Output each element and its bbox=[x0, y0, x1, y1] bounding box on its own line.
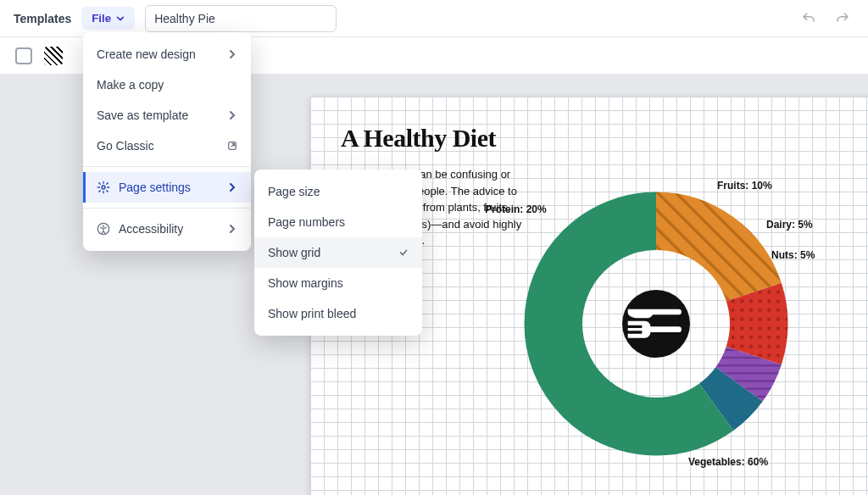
file-menu-button[interactable]: File bbox=[81, 7, 135, 30]
pattern-swatch[interactable] bbox=[44, 47, 63, 65]
page-settings-submenu: Page size Page numbers Show grid Show ma… bbox=[254, 170, 422, 336]
redo-button[interactable] bbox=[831, 7, 854, 31]
design-title-input[interactable] bbox=[145, 5, 337, 32]
accessibility-icon bbox=[97, 222, 110, 236]
donut-label-dairy: Dairy: 5% bbox=[766, 219, 813, 231]
submenu-item-page-size[interactable]: Page size bbox=[254, 176, 422, 207]
select-all-checkbox[interactable] bbox=[15, 47, 32, 64]
menu-item-copy[interactable]: Make a copy bbox=[83, 70, 251, 100]
gear-icon bbox=[97, 181, 110, 194]
menu-item-page-settings[interactable]: Page settings bbox=[83, 172, 251, 203]
donut-label-vegetables: Vegetables: 60% bbox=[688, 456, 768, 468]
file-label: File bbox=[92, 12, 111, 25]
undo-button[interactable] bbox=[797, 7, 821, 31]
donut-label-protein: Protein: 20% bbox=[485, 203, 547, 215]
menu-item-go-classic[interactable]: Go Classic bbox=[83, 131, 251, 161]
donut-label-fruits: Fruits: 10% bbox=[717, 180, 772, 192]
redo-icon bbox=[835, 11, 850, 26]
menu-item-accessibility[interactable]: Accessibility bbox=[83, 214, 251, 244]
donut-label-nuts: Nuts: 5% bbox=[771, 249, 815, 261]
external-link-icon bbox=[227, 141, 237, 151]
templates-label[interactable]: Templates bbox=[14, 12, 71, 25]
check-icon bbox=[398, 248, 409, 258]
donut-center-icon-wrap bbox=[622, 290, 690, 358]
file-menu: Create new design Make a copy Save as te… bbox=[83, 32, 251, 251]
menu-separator bbox=[83, 208, 251, 209]
menu-item-save-template[interactable]: Save as template bbox=[83, 100, 251, 131]
fork-knife-icon bbox=[520, 290, 792, 358]
submenu-item-show-margins[interactable]: Show margins bbox=[254, 268, 422, 298]
submenu-item-show-grid[interactable]: Show grid bbox=[254, 237, 422, 268]
svg-point-9 bbox=[103, 225, 104, 227]
chevron-right-icon bbox=[227, 182, 237, 192]
undo-icon bbox=[801, 11, 816, 26]
chevron-down-icon bbox=[116, 14, 125, 23]
svg-point-7 bbox=[102, 186, 105, 189]
donut-chart[interactable]: Protein: 20% Fruits: 10% Dairy: 5% Nuts:… bbox=[520, 188, 792, 459]
chevron-right-icon bbox=[227, 110, 237, 120]
chevron-right-icon bbox=[227, 49, 237, 59]
page-title[interactable]: A Healthy Diet bbox=[341, 124, 868, 153]
chevron-right-icon bbox=[227, 224, 237, 234]
submenu-item-page-numbers[interactable]: Page numbers bbox=[254, 207, 422, 237]
submenu-item-show-print-bleed[interactable]: Show print bleed bbox=[254, 298, 422, 329]
menu-separator bbox=[83, 166, 251, 167]
menu-item-create[interactable]: Create new design bbox=[83, 39, 251, 70]
